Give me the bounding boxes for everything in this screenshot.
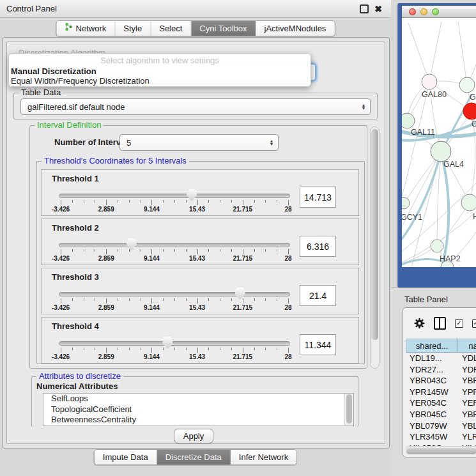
tab-select[interactable]: Select: [151, 21, 191, 36]
numerical-attributes-list[interactable]: SelfLoopsTopologicalCoefficientBetweenne…: [43, 393, 354, 426]
float-window-icon[interactable]: [360, 4, 369, 13]
zoom-traffic-light-icon[interactable]: [432, 8, 439, 15]
table-cell[interactable]: YBR045C: [406, 409, 458, 420]
table-horizontal-scrollbar-thumb[interactable]: [406, 448, 476, 454]
attributes-scrollbar-thumb[interactable]: [346, 394, 352, 424]
stepper-arrows-icon: ▲▼: [267, 139, 276, 146]
table-row[interactable]: YPR145WYPR1: [406, 387, 476, 398]
network-icon: [65, 21, 73, 36]
tab-network[interactable]: Network: [57, 21, 116, 36]
minimize-traffic-light-icon[interactable]: [420, 8, 427, 15]
table-cell[interactable]: YBL079W: [406, 420, 458, 432]
slider-tick: [118, 200, 118, 203]
threshold-value-field[interactable]: [300, 236, 336, 257]
slider-tick-label: 21.715: [226, 353, 259, 360]
table-row[interactable]: YBR045CYBR0: [406, 409, 476, 420]
table-cell[interactable]: YBR0: [458, 409, 476, 420]
tab-cyni-toolbox[interactable]: Cyni Toolbox: [191, 21, 256, 36]
attribute-list-item[interactable]: TopologicalCoefficient: [43, 404, 353, 415]
number-of-intervals-combobox[interactable]: 5 ▲▼: [119, 134, 279, 151]
slider-tick: [163, 200, 164, 203]
table-cell[interactable]: YER0: [458, 397, 476, 409]
attribute-list-item[interactable]: BetweennessCentrality: [43, 415, 353, 426]
table-row[interactable]: YER054CYER0: [406, 397, 476, 409]
node-label-gal11: GAL11: [411, 128, 435, 137]
threshold-slider-track[interactable]: [59, 194, 290, 198]
threshold-slider-thumb[interactable]: [187, 189, 197, 201]
table-horizontal-scrollbar[interactable]: [405, 446, 476, 455]
node-gal80[interactable]: [422, 74, 437, 89]
threshold-slider-track[interactable]: [59, 341, 290, 346]
node-hap2[interactable]: [431, 240, 443, 252]
numerical-attributes-label: Numerical Attributes: [36, 381, 118, 391]
threshold-slider-track[interactable]: [59, 243, 290, 247]
checkbox-icon[interactable]: ✓: [472, 319, 476, 328]
interval-scrollbar[interactable]: [370, 127, 380, 369]
interval-scrollbar-thumb[interactable]: [371, 129, 378, 340]
algorithm-option-manual[interactable]: Manual Discretization: [9, 66, 311, 76]
network-nodes[interactable]: [402, 74, 476, 267]
node-gal4[interactable]: [431, 141, 451, 162]
threshold-value-field[interactable]: [300, 187, 336, 208]
table-cell[interactable]: YBR0: [458, 375, 476, 387]
tab-jactivemnodules[interactable]: jActiveMNodules: [256, 21, 335, 36]
slider-tick: [288, 249, 289, 254]
table-row[interactable]: YDR27...YDR2: [406, 364, 476, 376]
table-cell[interactable]: YLR3: [458, 431, 476, 443]
attributes-scrollbar[interactable]: [344, 394, 353, 426]
table-row[interactable]: YBR043CYBR0: [406, 375, 476, 387]
close-icon[interactable]: ✖: [374, 6, 382, 12]
bottom-tab-impute-data[interactable]: Impute Data: [95, 450, 157, 464]
node-label-gcy1: GCY1: [402, 213, 422, 222]
gear-icon[interactable]: [414, 318, 425, 329]
slider-tick: [95, 348, 95, 350]
table-cell[interactable]: YPR145W: [406, 387, 458, 398]
apply-button[interactable]: Apply: [174, 429, 213, 443]
table-row[interactable]: YLR345WYLR3: [406, 431, 476, 443]
table-row[interactable]: YDL19...YDL1: [406, 353, 476, 364]
node-top-right[interactable]: [459, 77, 475, 93]
threshold-slider-thumb[interactable]: [235, 288, 245, 300]
threshold-label: Threshold 2: [52, 223, 99, 233]
node-gal11[interactable]: [402, 113, 415, 128]
threshold-value-field[interactable]: [300, 285, 336, 306]
table-cell[interactable]: YLR345W: [406, 431, 458, 443]
threshold-slider-track[interactable]: [59, 292, 290, 296]
algorithm-option-equal-width[interactable]: Equal Width/Frequency Discretization: [9, 76, 311, 86]
table-cell[interactable]: YDR27...: [406, 364, 458, 376]
slider-tick: [288, 298, 289, 303]
table-cell[interactable]: YBR043C: [406, 375, 458, 387]
stepper-arrows-icon: ▲▼: [359, 104, 368, 110]
slider-tick-label: 21.715: [226, 255, 259, 262]
slider-tick: [231, 298, 232, 301]
bottom-tab-discretize-data[interactable]: Discretize Data: [157, 450, 231, 464]
table-cell[interactable]: YER054C: [406, 397, 458, 409]
table-cell[interactable]: YDL1: [458, 353, 476, 364]
table-cell[interactable]: YDR2: [458, 364, 476, 376]
table-row[interactable]: YBL079WYBL0: [406, 420, 476, 432]
close-traffic-light-icon[interactable]: [409, 8, 416, 15]
threshold-slider-thumb[interactable]: [127, 238, 137, 250]
top-tab-bar: NetworkStyleSelectCyni ToolboxjActiveMNo…: [56, 20, 335, 36]
tab-style[interactable]: Style: [115, 21, 151, 36]
table-cell[interactable]: YPR1: [458, 387, 476, 398]
node-h[interactable]: [461, 194, 476, 211]
network-canvas[interactable]: GAL80 GA C GAL11 GAL4 GCY1 H HAP2: [402, 18, 476, 267]
table-cell[interactable]: YDL19...: [406, 353, 458, 364]
checkbox-icon[interactable]: ✓: [455, 319, 463, 328]
table-cell[interactable]: YBL0: [458, 420, 476, 432]
split-view-icon[interactable]: [434, 317, 446, 330]
number-of-intervals-value: 5: [120, 138, 267, 148]
threshold-value-field[interactable]: [300, 334, 336, 355]
slider-tick: [84, 348, 84, 350]
node-gcy1[interactable]: [402, 197, 410, 209]
column-header-name[interactable]: na: [458, 339, 476, 353]
table-data-combobox[interactable]: galFiltered.sif default node ▲▼: [20, 98, 371, 115]
threshold-slider-thumb[interactable]: [162, 337, 173, 349]
bottom-tab-infer-network[interactable]: Infer Network: [231, 450, 296, 464]
attribute-list-item[interactable]: SelfLoops: [43, 394, 353, 404]
column-header-shared[interactable]: shared...: [406, 339, 458, 353]
node-label-gal4: GAL4: [443, 160, 464, 169]
network-window-titlebar[interactable]: [402, 6, 476, 18]
slider-tick-label: 2.859: [89, 353, 123, 360]
